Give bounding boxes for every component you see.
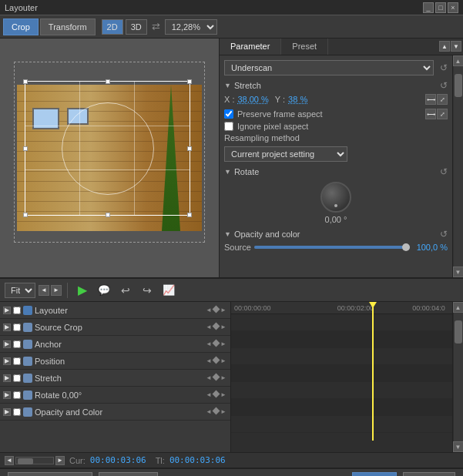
rotate-knob[interactable] bbox=[320, 182, 351, 213]
kf-diamond-stretch[interactable] bbox=[213, 373, 220, 380]
play-button[interactable]: ▶ bbox=[73, 282, 92, 299]
source-row: Source 100,0 % bbox=[224, 243, 448, 252]
track-vis-stretch[interactable] bbox=[13, 374, 21, 382]
expand-opacity[interactable]: ▶ bbox=[3, 408, 11, 416]
tab-preset[interactable]: Preset bbox=[281, 39, 328, 55]
tl-row-2 bbox=[231, 348, 452, 365]
kf-controls-stretch: ◄ ► bbox=[205, 374, 227, 382]
track-vis-rotate[interactable] bbox=[13, 391, 21, 399]
kf-prev-anchor[interactable]: ◄ bbox=[205, 340, 213, 348]
kf-prev-source-crop[interactable]: ◄ bbox=[205, 323, 213, 331]
track-vis-opacity[interactable] bbox=[13, 408, 21, 416]
kf-next-rotate[interactable]: ► bbox=[220, 391, 227, 399]
resampling-select[interactable]: Current project setting bbox=[224, 146, 347, 162]
kf-prev-layouter[interactable]: ◄ bbox=[205, 307, 213, 314]
x-value[interactable]: 38,00 % bbox=[237, 95, 268, 104]
ok-button[interactable]: OK bbox=[352, 472, 397, 476]
scroll-up-arrow[interactable]: ▲ bbox=[453, 55, 464, 66]
kf-diamond-opacity[interactable] bbox=[213, 407, 220, 414]
undo-button[interactable]: ↩ bbox=[116, 282, 135, 299]
reset-all-button[interactable]: Reset all bbox=[99, 472, 158, 476]
arrow-up-icon[interactable]: ▲ bbox=[439, 41, 450, 52]
kf-diamond-layouter[interactable] bbox=[213, 305, 220, 313]
kf-diamond-anchor[interactable] bbox=[213, 339, 220, 347]
scroll-down-arrow[interactable]: ▼ bbox=[453, 266, 464, 277]
handle-tr[interactable] bbox=[187, 79, 192, 84]
kf-next-source-crop[interactable]: ► bbox=[220, 323, 227, 331]
hscroll-thumb[interactable] bbox=[18, 458, 33, 464]
zoom-select[interactable]: 12,28% bbox=[165, 19, 217, 35]
handle-tl[interactable] bbox=[23, 79, 28, 84]
maximize-button[interactable]: □ bbox=[435, 2, 446, 13]
kf-next-stretch[interactable]: ► bbox=[220, 374, 227, 382]
close-button[interactable]: × bbox=[448, 2, 458, 13]
fit-select[interactable]: Fit bbox=[5, 283, 35, 298]
timeline-scrollbar[interactable]: ▲ ▼ bbox=[452, 302, 463, 452]
link-icon[interactable]: ⟷ bbox=[425, 94, 436, 105]
arrow-down-icon[interactable]: ▼ bbox=[451, 41, 461, 52]
mode-3d-button[interactable]: 3D bbox=[126, 19, 147, 35]
preserve-icon-1[interactable]: ⟷ bbox=[425, 109, 436, 119]
kf-next-position[interactable]: ► bbox=[220, 357, 227, 365]
expand-layouter[interactable]: ▶ bbox=[3, 307, 11, 314]
tab-parameter[interactable]: Parameter bbox=[220, 39, 281, 55]
minimize-button[interactable]: _ bbox=[423, 2, 434, 13]
preserve-icon-2[interactable]: ⤢ bbox=[437, 109, 448, 119]
hscroll-right[interactable]: ► bbox=[55, 456, 65, 465]
rotate-expand-icon[interactable]: ▼ bbox=[224, 168, 231, 176]
kf-next-opacity[interactable]: ► bbox=[220, 408, 227, 416]
comment-button[interactable]: 💬 bbox=[95, 282, 113, 299]
kf-diamond-rotate[interactable] bbox=[213, 390, 220, 397]
tl-row-3 bbox=[231, 365, 452, 382]
tl-scroll-up[interactable]: ▲ bbox=[453, 302, 464, 313]
kf-diamond-source-crop[interactable] bbox=[213, 322, 220, 330]
window-controls[interactable]: _ □ × bbox=[423, 2, 458, 13]
save-default-button[interactable]: Save as default bbox=[8, 472, 92, 476]
expand-rotate[interactable]: ▶ bbox=[3, 391, 11, 399]
kf-diamond-position[interactable] bbox=[213, 356, 220, 364]
tab-transform[interactable]: Transform bbox=[40, 18, 96, 35]
kf-prev-stretch[interactable]: ◄ bbox=[205, 374, 213, 382]
param-scrollbar[interactable]: ▲ ▼ bbox=[452, 55, 463, 277]
kf-next-layouter[interactable]: ► bbox=[220, 307, 227, 314]
redo-button[interactable]: ↪ bbox=[138, 282, 156, 299]
y-value[interactable]: 38 % bbox=[288, 95, 307, 104]
track-vis-layouter[interactable] bbox=[13, 307, 21, 314]
stretch-reset-icon[interactable]: ↺ bbox=[440, 80, 448, 91]
slider-thumb[interactable] bbox=[402, 243, 410, 251]
source-slider[interactable] bbox=[254, 246, 410, 249]
tl-scroll-down[interactable]: ▼ bbox=[453, 441, 464, 452]
kf-prev-rotate[interactable]: ◄ bbox=[205, 391, 213, 399]
stretch-expand-icon[interactable]: ▼ bbox=[224, 82, 231, 89]
track-vis-position[interactable] bbox=[13, 357, 21, 365]
tab-crop[interactable]: Crop bbox=[3, 18, 39, 35]
kf-next-anchor[interactable]: ► bbox=[220, 340, 227, 348]
hscroll-left[interactable]: ◄ bbox=[5, 456, 14, 465]
mode-2d-button[interactable]: 2D bbox=[102, 19, 123, 35]
expand-source-crop[interactable]: ▶ bbox=[3, 323, 11, 331]
ignore-pixel-checkbox[interactable] bbox=[224, 122, 233, 131]
rotate-reset-icon[interactable]: ↺ bbox=[440, 166, 448, 177]
fit-icon[interactable]: ⤢ bbox=[437, 94, 448, 105]
handle-tc[interactable] bbox=[106, 79, 110, 84]
kf-prev-position[interactable]: ◄ bbox=[205, 357, 213, 365]
kf-prev-opacity[interactable]: ◄ bbox=[205, 408, 213, 416]
fit-right-icon[interactable]: ► bbox=[51, 285, 62, 296]
cancel-button[interactable]: Cancel bbox=[403, 472, 455, 476]
track-vis-source-crop[interactable] bbox=[13, 323, 21, 331]
tl-scroll-thumb[interactable] bbox=[455, 320, 462, 344]
expand-position[interactable]: ▶ bbox=[3, 357, 11, 365]
chart-button[interactable]: 📈 bbox=[159, 282, 178, 299]
reset-icon[interactable]: ↺ bbox=[440, 62, 448, 73]
fit-left-icon[interactable]: ◄ bbox=[39, 285, 49, 296]
underscan-select[interactable]: Underscan bbox=[224, 60, 434, 75]
scroll-thumb[interactable] bbox=[455, 74, 462, 97]
resampling-label: Resampling method bbox=[224, 133, 300, 142]
expand-stretch[interactable]: ▶ bbox=[3, 374, 11, 382]
tl-row-5 bbox=[231, 399, 452, 416]
preserve-frame-checkbox[interactable] bbox=[224, 109, 233, 119]
expand-anchor[interactable]: ▶ bbox=[3, 340, 11, 348]
opacity-reset-icon[interactable]: ↺ bbox=[440, 229, 448, 240]
opacity-expand-icon[interactable]: ▼ bbox=[224, 230, 231, 238]
track-vis-anchor[interactable] bbox=[13, 340, 21, 348]
